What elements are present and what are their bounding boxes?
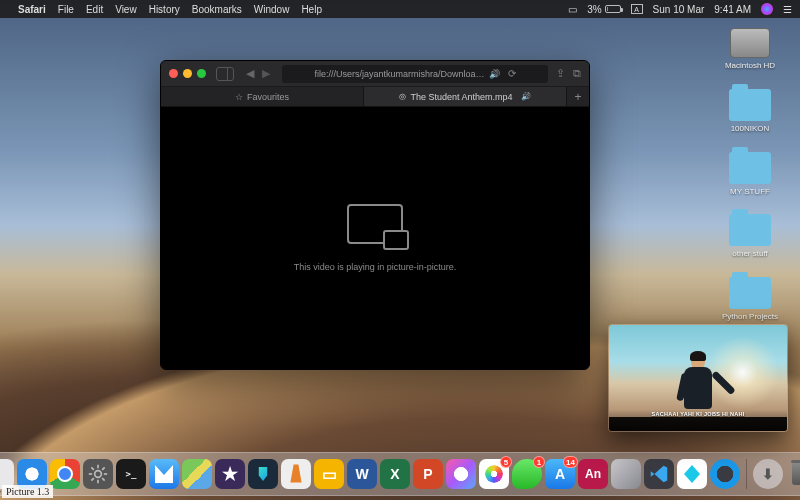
- dock-app-settings[interactable]: [83, 459, 113, 489]
- siri-icon[interactable]: [761, 3, 773, 15]
- new-tab-button[interactable]: +: [567, 87, 589, 106]
- dock-app-powerpoint[interactable]: P: [413, 459, 443, 489]
- menu-history[interactable]: History: [149, 4, 180, 15]
- menubar-app-name[interactable]: Safari: [18, 4, 46, 15]
- folder-icon: [729, 277, 771, 309]
- app-glyph: An: [585, 467, 601, 481]
- tab-label: Favourites: [247, 92, 289, 102]
- dock-app-terminal[interactable]: >_: [116, 459, 146, 489]
- folder-icon: [729, 214, 771, 246]
- dock-app-quicktime[interactable]: [710, 459, 740, 489]
- menu-bookmarks[interactable]: Bookmarks: [192, 4, 242, 15]
- tab-video[interactable]: ◎ The Student Anthem.mp4 🔊: [364, 87, 567, 106]
- dock-app-kite[interactable]: [677, 459, 707, 489]
- audio-icon[interactable]: 🔊: [489, 69, 500, 79]
- menu-edit[interactable]: Edit: [86, 4, 103, 15]
- doc-icon: ◎: [399, 92, 406, 101]
- dock-app-mail[interactable]: [149, 459, 179, 489]
- pip-message: This video is playing in picture-in-pict…: [294, 262, 457, 272]
- share-button[interactable]: ⇪: [556, 67, 565, 80]
- reload-button[interactable]: ⟳: [508, 68, 516, 79]
- back-button[interactable]: ◀: [246, 67, 254, 80]
- input-source-icon[interactable]: A: [631, 4, 643, 14]
- dock-app-vlc[interactable]: [281, 459, 311, 489]
- folder-icon: [729, 152, 771, 184]
- zoom-button[interactable]: [197, 69, 206, 78]
- tab-label: The Student Anthem.mp4: [410, 92, 512, 102]
- trash-icon: [792, 463, 800, 485]
- app-glyph: P: [423, 466, 432, 482]
- svg-line-5: [91, 467, 94, 470]
- svg-line-7: [91, 478, 94, 481]
- sidebar-toggle-button[interactable]: [216, 67, 234, 81]
- battery-icon: [605, 5, 621, 13]
- safari-tabbar: ☆ Favourites ◎ The Student Anthem.mp4 🔊 …: [161, 87, 589, 107]
- dock-app-cube[interactable]: [611, 459, 641, 489]
- dock-app-excel[interactable]: X: [380, 459, 410, 489]
- battery-indicator[interactable]: 3%: [587, 4, 620, 15]
- svg-line-8: [102, 467, 105, 470]
- notification-center-icon[interactable]: ☰: [783, 4, 792, 15]
- desktop-folder[interactable]: 100NIKON: [710, 89, 790, 134]
- address-bar[interactable]: file:///Users/jayantkumarmishra/Downloa……: [282, 65, 548, 83]
- folder-icon: [729, 89, 771, 121]
- star-icon: ☆: [235, 92, 243, 102]
- dock: >_ ★ ▭ W X P 5 1 A14 An ⬇: [0, 452, 800, 496]
- pip-video-person: [679, 353, 717, 417]
- figure-caption: Picture 1.3: [2, 485, 53, 498]
- desktop-icon-label: MY STUFF: [730, 188, 770, 197]
- menubar-time[interactable]: 9:41 AM: [714, 4, 751, 15]
- menubar: Safari File Edit View History Bookmarks …: [0, 0, 800, 18]
- tabs-button[interactable]: ⧉: [573, 67, 581, 80]
- menubar-date[interactable]: Sun 10 Mar: [653, 4, 705, 15]
- dock-app-maps[interactable]: [182, 459, 212, 489]
- menu-window[interactable]: Window: [254, 4, 290, 15]
- tab-audio-icon[interactable]: 🔊: [521, 92, 531, 101]
- desktop-icon-label: 100NIKON: [731, 125, 770, 134]
- dock-app-filmora[interactable]: [248, 459, 278, 489]
- battery-pct: 3%: [587, 4, 601, 15]
- pip-window[interactable]: SACHAAI YAHI KI JOBS HI NAHI: [608, 324, 788, 432]
- desktop-folder[interactable]: Python Projects: [710, 277, 790, 322]
- desktop-folder[interactable]: other stuff: [710, 214, 790, 259]
- video-content-area[interactable]: This video is playing in picture-in-pict…: [161, 107, 589, 369]
- airplay-icon[interactable]: ▭: [568, 4, 577, 15]
- tab-favourites[interactable]: ☆ Favourites: [161, 87, 364, 106]
- download-icon: ⬇: [762, 466, 774, 482]
- app-glyph: W: [355, 466, 368, 482]
- close-button[interactable]: [169, 69, 178, 78]
- dock-app-word[interactable]: W: [347, 459, 377, 489]
- menu-file[interactable]: File: [58, 4, 74, 15]
- app-badge: 1: [533, 456, 545, 468]
- forward-button[interactable]: ▶: [262, 67, 270, 80]
- app-glyph: X: [390, 466, 399, 482]
- dock-app-vscode[interactable]: [644, 459, 674, 489]
- harddrive-icon: [730, 28, 770, 58]
- desktop-folder[interactable]: MY STUFF: [710, 152, 790, 197]
- dock-app-appstore[interactable]: A14: [545, 459, 575, 489]
- menu-view[interactable]: View: [115, 4, 137, 15]
- dock-separator: [746, 459, 747, 489]
- menu-help[interactable]: Help: [301, 4, 322, 15]
- dock-downloads-stack[interactable]: ⬇: [753, 459, 783, 489]
- dock-app-photos[interactable]: 5: [479, 459, 509, 489]
- dock-app-chrome[interactable]: [50, 459, 80, 489]
- pip-letterbox-bar: [609, 417, 787, 431]
- dock-app-adobe-animate[interactable]: An: [578, 459, 608, 489]
- desktop-icon-label: Python Projects: [722, 313, 778, 322]
- safari-window: ◀ ▶ file:///Users/jayantkumarmishra/Down…: [160, 60, 590, 370]
- dock-app-itunes[interactable]: [446, 459, 476, 489]
- desktop-icon-label: Macintosh HD: [725, 62, 775, 71]
- dock-app-messages[interactable]: 1: [512, 459, 542, 489]
- desktop-icons: Macintosh HD 100NIKON MY STUFF other stu…: [710, 28, 790, 322]
- desktop-icon-hd[interactable]: Macintosh HD: [710, 28, 790, 71]
- pip-video-frame: SACHAAI YAHI KI JOBS HI NAHI: [609, 325, 787, 431]
- minimize-button[interactable]: [183, 69, 192, 78]
- dock-trash[interactable]: [786, 459, 800, 489]
- svg-point-0: [95, 471, 102, 478]
- address-text: file:///Users/jayantkumarmishra/Downloa…: [314, 69, 484, 79]
- dock-app-imovie[interactable]: ★: [215, 459, 245, 489]
- dock-app-slides[interactable]: ▭: [314, 459, 344, 489]
- safari-toolbar: ◀ ▶ file:///Users/jayantkumarmishra/Down…: [161, 61, 589, 87]
- traffic-lights: [169, 69, 206, 78]
